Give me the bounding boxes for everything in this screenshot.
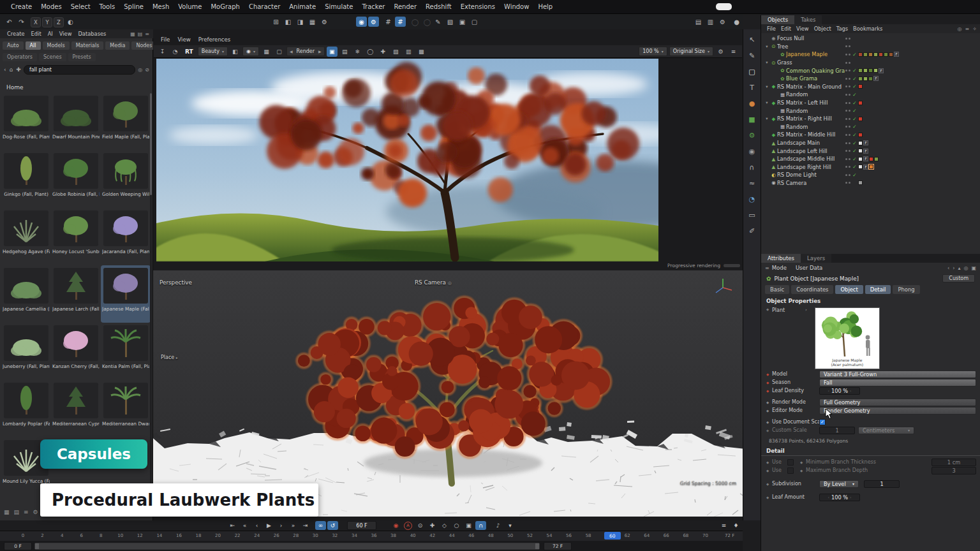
attr-up-icon[interactable]: ▴ [958, 265, 960, 271]
material-tag[interactable] [869, 157, 873, 161]
render-visibility-dot[interactable] [849, 118, 850, 120]
enabled-check[interactable]: ✓ [851, 92, 858, 98]
render-visibility-dot[interactable] [849, 142, 850, 144]
expand-caret[interactable]: ▾ [764, 116, 770, 121]
pen-tool-icon[interactable]: ✎ [749, 50, 755, 61]
editor-visibility-dot[interactable] [845, 78, 847, 80]
editor-visibility-dot[interactable] [845, 182, 847, 184]
simulate-settings-icon[interactable]: ⚙ [368, 17, 379, 27]
record-button[interactable]: ◉ [390, 521, 401, 530]
goto-start-button[interactable]: ⇤ [227, 521, 238, 530]
redo-icon[interactable]: ↷ [16, 17, 27, 27]
menu-tools[interactable]: Tools [95, 0, 120, 14]
editor-visibility-dot[interactable] [845, 150, 847, 152]
asset-tab-models[interactable]: Models [43, 41, 70, 50]
attributes-menu-icon[interactable]: ≡ [765, 265, 769, 271]
search-input[interactable] [24, 65, 135, 75]
enabled-check[interactable]: ✓ [851, 52, 858, 57]
ab-compare-icon[interactable]: ◧ [230, 47, 241, 57]
expand-caret[interactable]: ▾ [764, 60, 770, 65]
param-key-button[interactable]: ▣ [463, 521, 474, 530]
enabled-check[interactable]: ✓ [851, 76, 858, 82]
asset-item-hedgehog-agave-fall[interactable]: Hedgehog Agave (Fall... [1, 208, 51, 265]
selected-tag[interactable] [869, 165, 873, 169]
lock-icon[interactable]: ⊘ [145, 67, 149, 73]
layout-pill[interactable] [716, 3, 732, 10]
om-filter-icon[interactable]: ≡ [965, 26, 970, 32]
panel-menu-icon[interactable]: ≡ [145, 31, 149, 37]
object-row-rs-matrix-middle-hill[interactable]: ◆RS Matrix - Middle Hill✓ [761, 131, 980, 139]
menu-modes[interactable]: Modes [36, 0, 66, 14]
ipr-icon[interactable]: ▩ [416, 47, 427, 57]
enabled-check[interactable]: ✓ [851, 172, 858, 178]
user-data-menu[interactable]: User Data [796, 265, 822, 271]
scale-key-button[interactable]: ◇ [439, 521, 450, 530]
workplane-icon[interactable]: ▦ [307, 17, 318, 27]
enabled-check[interactable]: ✓ [851, 116, 858, 122]
panel-tab-attributes[interactable]: Attributes [761, 254, 801, 263]
browser-settings-icon[interactable]: ⚙ [33, 509, 38, 515]
material-sphere-icon[interactable]: ● [749, 98, 755, 108]
object-row-common-quaking-grass[interactable]: ✿Common Quaking Grass✓F [761, 66, 980, 75]
render-visibility-dot[interactable] [849, 54, 850, 55]
menu-spline[interactable]: Spline [119, 0, 148, 14]
view-mode-icon[interactable]: ▤ [138, 31, 143, 37]
minimum-branch-thickness-field[interactable]: 1 cm [932, 459, 976, 466]
next-key-button[interactable]: » [288, 521, 299, 530]
expand-caret[interactable]: ▾ [764, 84, 770, 89]
enabled-check[interactable]: ✓ [851, 132, 858, 138]
render-visibility-dot[interactable] [849, 174, 850, 176]
render-view-button[interactable]: ▤ [693, 17, 704, 27]
enabled-check[interactable]: ✓ [851, 148, 858, 154]
render-visibility-dot[interactable] [849, 102, 850, 104]
material-tag[interactable] [863, 52, 868, 57]
om-menu-edit[interactable]: Edit [778, 26, 794, 32]
editor-visibility-dot[interactable] [845, 54, 847, 55]
field-magnet-icon[interactable]: ∩ [749, 162, 754, 172]
object-row-random[interactable]: ▦Random✓ [761, 107, 980, 115]
viewport-view-label[interactable]: Perspective [160, 279, 192, 286]
freeze-icon[interactable]: ❄ [352, 47, 363, 57]
editor-visibility-dot[interactable] [845, 70, 847, 71]
om-menu-file[interactable]: File [764, 26, 778, 32]
sort-icon[interactable]: ≡ [24, 509, 29, 515]
spline-wrap-icon[interactable]: ≈ [749, 178, 755, 188]
asset-menu-create[interactable]: Create [4, 31, 28, 37]
asset-item-japanese-camellia-fal[interactable]: Japanese Camellia (Fal... [1, 265, 51, 323]
cube-primitive-icon[interactable]: ▢ [748, 66, 755, 77]
leaf-density-field[interactable]: ‹100 %› [819, 387, 860, 395]
render-visibility-dot[interactable] [849, 78, 850, 80]
histogram-icon[interactable]: ▥ [403, 47, 414, 57]
expand-caret[interactable]: ▾ [764, 44, 770, 49]
render-visibility-dot[interactable] [849, 182, 850, 184]
sound-button[interactable]: ♪ [493, 521, 503, 530]
leaf-amount-field[interactable]: ‹100 %› [819, 494, 860, 501]
material-tag[interactable] [858, 52, 863, 57]
asset-tab-auto[interactable]: Auto [3, 41, 24, 50]
attr-lock-icon[interactable]: ▣ [971, 265, 976, 271]
model-select[interactable]: Variant 3 Full-Grown [819, 371, 976, 378]
menu-mograph[interactable]: MoGraph [206, 0, 244, 14]
material-tag[interactable] [879, 52, 883, 57]
render-view-menu-preferences[interactable]: Preferences [195, 36, 235, 43]
enabled-check[interactable]: ✓ [851, 164, 858, 170]
object-row-rs-matrix-main-ground[interactable]: ▾◆RS Matrix - Main Ground✓ [761, 83, 980, 91]
current-frame-field[interactable]: 60 F [347, 521, 376, 530]
menu-render[interactable]: Render [389, 0, 421, 14]
playhead[interactable]: 60 [604, 532, 621, 540]
object-row-rs-matrix-right-hill[interactable]: ▾◆RS Matrix - Right Hill✓ [761, 115, 980, 123]
om-menu-object[interactable]: Object [812, 26, 834, 32]
menu-mesh[interactable]: Mesh [148, 0, 174, 14]
menu-extensions[interactable]: Extensions [456, 0, 500, 14]
viewport-camera-label[interactable]: RS Camera ◎ [415, 279, 452, 286]
range-start-field[interactable]: 0 F [4, 542, 32, 550]
snap-enable-icon[interactable]: # [395, 17, 406, 27]
viewport[interactable]: Perspective RS Camera ◎ Place ▸ Grid Spa… [153, 270, 743, 517]
viewport-place-label[interactable]: Place ▸ [161, 355, 178, 360]
thumb-size-icon[interactable]: ▦ [130, 31, 135, 37]
object-row-tree[interactable]: ▾⊙Tree [761, 43, 980, 51]
render-visibility-dot[interactable] [849, 45, 850, 47]
magnet-button[interactable]: ∩ [475, 521, 486, 530]
material-tag[interactable] [858, 141, 863, 145]
material-tag[interactable] [858, 157, 863, 161]
